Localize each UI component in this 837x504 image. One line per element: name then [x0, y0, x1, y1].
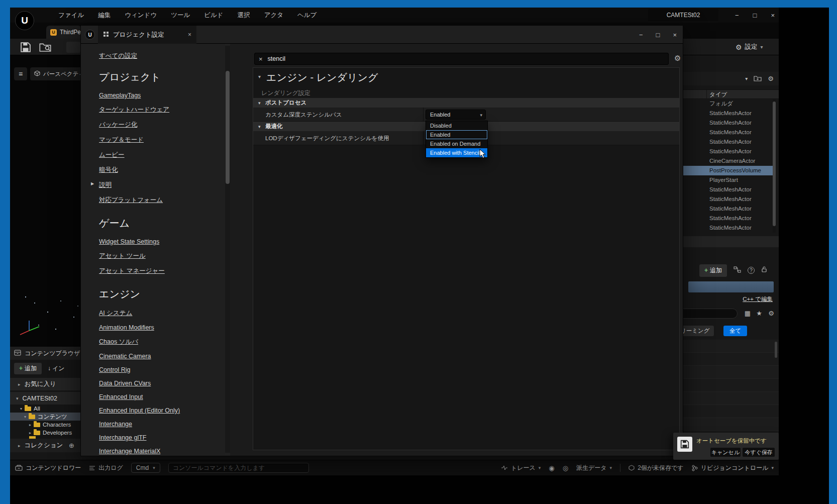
- nav-item[interactable]: Control Rig: [99, 366, 225, 373]
- tree-item-characters[interactable]: ▸ Characters: [10, 421, 80, 429]
- nav-item[interactable]: アセット マネージャー: [99, 267, 225, 275]
- details-search-input[interactable]: [678, 309, 738, 319]
- property-row[interactable]: [683, 379, 779, 392]
- close-button[interactable]: ×: [673, 31, 677, 39]
- property-row[interactable]: [683, 418, 779, 431]
- editor-settings-button[interactable]: ⚙ 設定 ▾: [736, 41, 763, 53]
- autosave-cancel-button[interactable]: キャンセル: [710, 448, 741, 457]
- menu-tools[interactable]: ツール: [164, 8, 197, 23]
- derived-data-button[interactable]: 派生データ ▾: [576, 464, 612, 472]
- outliner-row[interactable]: StaticMeshActor: [683, 137, 773, 147]
- content-drawer-button[interactable]: コンテンツドロワー: [15, 464, 81, 472]
- collapse-icon[interactable]: ▾: [258, 74, 261, 79]
- dropdown-option-disabled[interactable]: Disabled: [426, 121, 487, 130]
- dropdown-option-enabled[interactable]: Enabled: [426, 130, 487, 139]
- edit-cpp-link[interactable]: C++ で編集: [743, 295, 773, 303]
- details-add-button[interactable]: + 追加: [699, 264, 727, 277]
- grid-view-icon[interactable]: ▦: [745, 310, 751, 317]
- nav-item[interactable]: Enhanced Input (Editor Only): [99, 407, 225, 414]
- tree-item-developers[interactable]: ▸ Developers: [10, 429, 80, 437]
- unreal-logo-icon[interactable]: U: [15, 11, 34, 30]
- select-mode-icon[interactable]: [66, 42, 80, 53]
- outliner-row[interactable]: StaticMeshActor: [683, 194, 773, 204]
- outliner-row[interactable]: StaticMeshActor: [683, 223, 773, 233]
- property-row[interactable]: [683, 366, 779, 379]
- tab-all[interactable]: 全て: [723, 326, 747, 336]
- search-settings-icon[interactable]: ⚙: [674, 54, 681, 63]
- content-browse-icon[interactable]: [39, 42, 51, 55]
- add-folder-icon[interactable]: [754, 74, 762, 83]
- outliner-row[interactable]: StaticMeshActor: [683, 147, 773, 156]
- lock-icon[interactable]: [761, 266, 767, 275]
- content-browser-header[interactable]: コンテンツブラウザ: [10, 347, 80, 360]
- nav-item[interactable]: Interchange MaterialX: [99, 448, 225, 455]
- revision-control-button[interactable]: リビジョンコントロール ▾: [692, 464, 774, 472]
- outliner-row[interactable]: StaticMeshActor: [683, 109, 773, 118]
- property-row[interactable]: [683, 353, 779, 366]
- output-log-button[interactable]: 出力ログ: [89, 464, 123, 472]
- property-row[interactable]: [683, 405, 779, 418]
- nav-item[interactable]: 対応プラットフォーム: [99, 196, 225, 205]
- menu-file[interactable]: ファイル: [51, 8, 91, 23]
- outliner-row-selected[interactable]: PostProcessVolume: [683, 166, 773, 175]
- outliner-scrollbar[interactable]: [773, 99, 776, 233]
- tab-thirdperson-level[interactable]: U ThirdPe: [46, 26, 81, 39]
- nav-item[interactable]: マップ＆モード: [99, 136, 225, 144]
- minimize-button[interactable]: −: [639, 31, 643, 39]
- nav-item[interactable]: 暗号化: [99, 166, 225, 174]
- maximize-button[interactable]: □: [656, 31, 660, 39]
- category-postprocess[interactable]: ▾ ポストプロセス: [253, 98, 679, 108]
- nav-item-description[interactable]: ▶説明: [99, 181, 225, 189]
- nav-item[interactable]: ムービー: [99, 151, 225, 159]
- menu-edit[interactable]: 編集: [91, 8, 118, 23]
- scrollbar-thumb[interactable]: [773, 102, 776, 226]
- star-icon[interactable]: ★: [756, 310, 762, 317]
- all-settings-link[interactable]: すべての設定: [99, 52, 225, 60]
- scrollbar-thumb[interactable]: [226, 71, 230, 184]
- tree-item-all[interactable]: ▾ All: [10, 405, 80, 413]
- favorites-section[interactable]: ▸ お気に入り: [10, 378, 80, 390]
- cb-add-button[interactable]: + 追加: [14, 363, 42, 374]
- maximize-button[interactable]: □: [753, 12, 757, 19]
- nav-item[interactable]: Data Driven CVars: [99, 380, 225, 387]
- outliner-row[interactable]: StaticMeshActor: [683, 128, 773, 137]
- help-icon[interactable]: ?: [748, 267, 755, 274]
- outliner-row[interactable]: フォルダ: [683, 99, 773, 109]
- unsaved-button[interactable]: 2個が未保存です: [629, 464, 684, 472]
- tab-streaming[interactable]: リーミング: [683, 326, 714, 336]
- nav-item[interactable]: GameplayTags: [99, 92, 225, 99]
- outliner-row[interactable]: CineCameraActor: [683, 156, 773, 166]
- project-settings-tab[interactable]: プロジェクト設定 ×: [98, 26, 196, 44]
- save-icon[interactable]: [20, 42, 31, 55]
- details-scrollbar-thumb[interactable]: [775, 342, 777, 358]
- dropdown-option-enabled-with-stencil[interactable]: Enabled with Stencil: [426, 148, 487, 157]
- outliner-row[interactable]: StaticMeshActor: [683, 185, 773, 194]
- dropdown-option-enabled-on-demand[interactable]: Enabled on Demand: [426, 139, 487, 148]
- nav-item[interactable]: Widget State Settings: [99, 238, 225, 245]
- filter-chevron-icon[interactable]: ▾: [745, 76, 748, 81]
- details-settings-icon[interactable]: ⚙: [768, 310, 774, 317]
- insights-icon[interactable]: ◎: [563, 464, 568, 472]
- nav-item[interactable]: Enhanced Input: [99, 393, 225, 400]
- close-button[interactable]: ×: [771, 12, 775, 19]
- cb-import-button[interactable]: ↓ イン: [48, 364, 65, 373]
- menu-actor[interactable]: アクタ: [257, 8, 290, 23]
- property-row[interactable]: [683, 392, 779, 405]
- nav-item[interactable]: AI システム: [99, 309, 225, 318]
- nav-item[interactable]: Interchange glTF: [99, 434, 225, 441]
- project-section[interactable]: ▾ CAMTESt02: [10, 392, 80, 405]
- autosave-save-now-button[interactable]: 今すぐ保存: [743, 448, 775, 457]
- details-selected-component-bar[interactable]: [688, 281, 774, 292]
- nav-scrollbar[interactable]: [225, 46, 230, 453]
- outliner-row[interactable]: StaticMeshActor: [683, 118, 773, 128]
- menu-select[interactable]: 選択: [231, 8, 257, 23]
- minimize-button[interactable]: −: [735, 12, 739, 19]
- record-icon[interactable]: ◉: [549, 464, 554, 472]
- nav-item[interactable]: アセット ツール: [99, 252, 225, 260]
- outliner-row[interactable]: StaticMeshActor: [683, 214, 773, 223]
- nav-item[interactable]: Cinematic Camera: [99, 353, 225, 360]
- menu-build[interactable]: ビルド: [197, 8, 230, 23]
- cmd-selector[interactable]: Cmd ▾: [131, 463, 160, 473]
- nav-item[interactable]: パッケージ化: [99, 121, 225, 129]
- add-collection-icon[interactable]: ⊕: [69, 442, 74, 449]
